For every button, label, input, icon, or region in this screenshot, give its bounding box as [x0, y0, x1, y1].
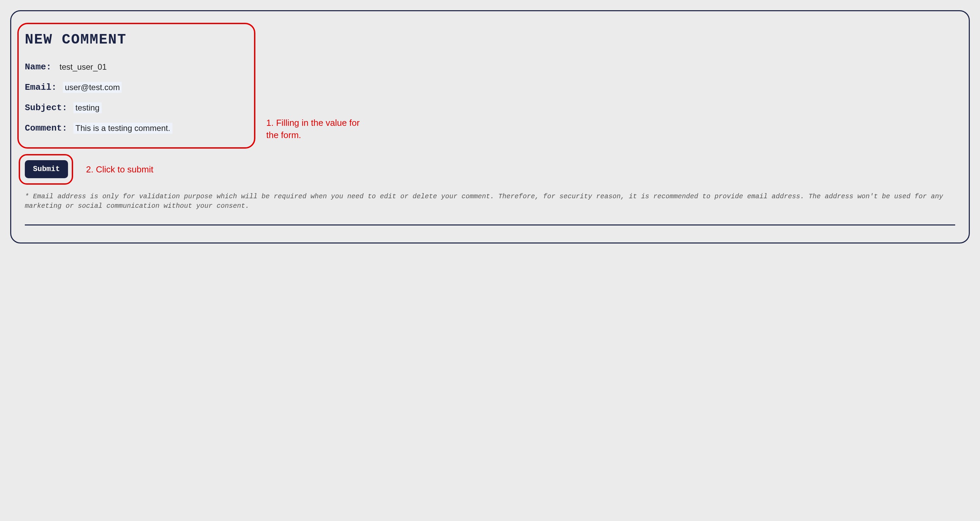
submit-area: Submit 2. Click to submit [25, 160, 955, 178]
subject-label: Subject: [25, 103, 67, 113]
email-field-row: Email: user@test.com [25, 82, 172, 93]
comment-input[interactable]: This is a testing comment. [73, 123, 172, 134]
name-label: Name: [25, 62, 51, 72]
name-input[interactable]: test_user_01 [57, 62, 109, 72]
email-input[interactable]: user@test.com [63, 82, 122, 93]
form-area: NEW COMMENT Name: test_user_01 Email: us… [25, 32, 172, 143]
form-title: NEW COMMENT [25, 32, 172, 48]
annotation-step-2: 2. Click to submit [86, 164, 153, 174]
subject-field-row: Subject: testing [25, 102, 172, 113]
comment-form-container: NEW COMMENT Name: test_user_01 Email: us… [10, 10, 970, 244]
comment-label: Comment: [25, 123, 67, 133]
name-field-row: Name: test_user_01 [25, 62, 172, 72]
footnote-text: * Email address is only for validation p… [25, 192, 955, 211]
subject-input[interactable]: testing [73, 102, 102, 113]
comment-field-row: Comment: This is a testing comment. [25, 123, 172, 134]
annotation-step-1: 1. Filling in the value for the form. [266, 117, 361, 142]
email-label: Email: [25, 82, 57, 92]
submit-button[interactable]: Submit [25, 160, 68, 178]
divider-line [25, 225, 955, 225]
